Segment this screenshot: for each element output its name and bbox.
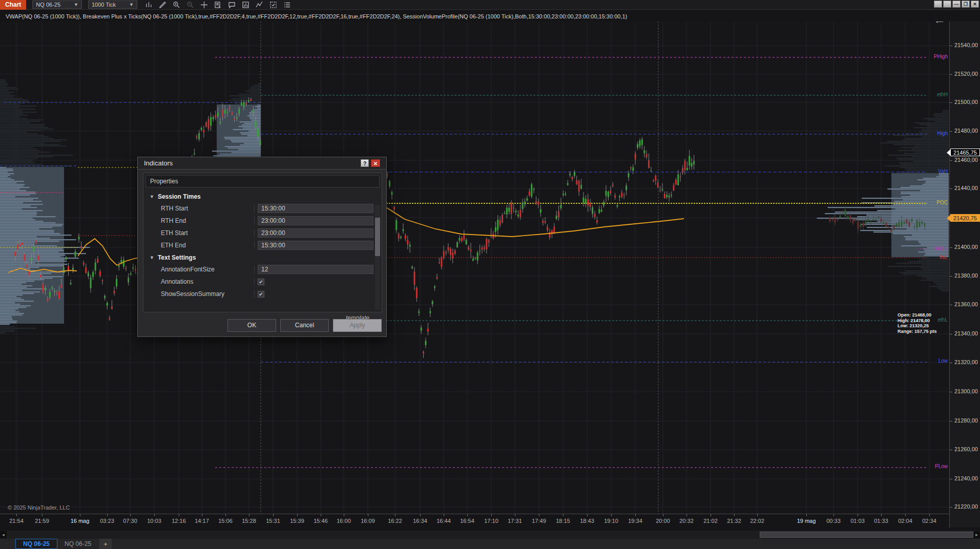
interval-link-button[interactable] — [943, 1, 951, 8]
cancel-button[interactable]: Cancel — [280, 319, 329, 332]
volume-profile-bar — [0, 311, 19, 312]
time-tick-label: 10:03 — [147, 518, 161, 524]
close-icon[interactable]: ✕ — [971, 1, 979, 8]
dialog-title-bar[interactable]: Indicators ? ✕ — [138, 157, 386, 170]
volume-profile-bar — [0, 178, 11, 179]
zoom-out-icon[interactable] — [186, 1, 195, 9]
scroll-left-icon[interactable]: ◂ — [0, 531, 7, 538]
crosshair-icon[interactable] — [200, 1, 208, 9]
time-tick-mark — [757, 514, 758, 516]
volume-profile-bar — [232, 98, 261, 99]
time-axis[interactable]: 21:5421:5916 mag03:2307:3010:0312:1614:1… — [0, 514, 949, 531]
volume-profile-bar — [0, 136, 49, 137]
interval-dropdown[interactable]: 1000 Tick ▼ — [88, 1, 137, 9]
volume-profile-bar — [0, 95, 15, 96]
minimize-icon[interactable]: — — [952, 1, 961, 8]
dialog-scrollbar-thumb[interactable] — [375, 218, 380, 256]
candle-body — [637, 144, 638, 147]
pencil-icon[interactable] — [158, 1, 167, 9]
time-tick-mark — [929, 514, 930, 516]
property-value-field[interactable]: 23:00:00 — [258, 216, 373, 225]
candle-body — [558, 211, 559, 217]
property-checkbox[interactable]: ✔ — [258, 279, 264, 285]
chart-tab-0[interactable]: NQ 06-25 — [15, 539, 57, 549]
volume-profile-bar — [888, 155, 949, 156]
volume-profile-bar — [0, 251, 59, 252]
candle-body — [863, 223, 864, 226]
time-tick-label: 21:02 — [703, 518, 718, 524]
volume-profile-bar — [0, 127, 48, 128]
time-tick-label: 01:33 — [874, 518, 888, 524]
ohlc-line: Open: 21468,00 — [898, 312, 937, 318]
bars-icon[interactable] — [144, 1, 153, 9]
candle-body — [484, 247, 485, 248]
chart-tab-1[interactable]: NQ 06-25 — [57, 539, 98, 549]
zigzag-icon[interactable] — [255, 1, 264, 9]
volume-profile-bar — [245, 91, 261, 92]
dialog-scrollbar[interactable] — [375, 205, 380, 310]
add-tab-button[interactable]: + — [99, 539, 112, 549]
time-date-label: 19 mag — [797, 518, 816, 524]
candle-body — [906, 220, 908, 223]
close-icon[interactable]: ✕ — [371, 159, 380, 167]
candle-body — [517, 215, 519, 216]
property-row: Annotations✔ — [145, 276, 373, 288]
candle-body — [456, 242, 458, 247]
candle-body — [648, 160, 650, 168]
volume-profile-bar — [252, 120, 261, 121]
volume-profile-bar — [914, 127, 949, 128]
candle-body — [80, 246, 82, 248]
collapse-arrow-icon[interactable]: ▼ — [150, 194, 154, 199]
instrument-link-button[interactable] — [934, 1, 942, 8]
scrollbar-thumb[interactable] — [760, 532, 973, 538]
scroll-right-icon[interactable]: ▸ — [973, 531, 980, 538]
candle-body — [477, 252, 478, 261]
list-icon[interactable] — [283, 1, 291, 9]
property-group-header[interactable]: ▼Session Times — [145, 191, 373, 202]
chart-menu-button[interactable]: Chart — [0, 0, 26, 10]
candle-body — [441, 258, 442, 267]
property-value-field[interactable]: 23:00:00 — [258, 228, 373, 238]
volume-profile-bar — [0, 144, 60, 145]
help-icon[interactable]: ? — [361, 159, 369, 167]
time-tick-mark — [881, 514, 882, 516]
apply-button[interactable]: Apply — [333, 319, 382, 332]
zoom-in-icon[interactable] — [172, 1, 181, 9]
time-tick-label: 21:32 — [727, 518, 741, 524]
property-group-header[interactable]: ▼Text Settings — [145, 251, 373, 263]
time-tick-mark — [467, 514, 468, 516]
price-axis[interactable]: 21540,0021520,0021500,0021480,0021460,00… — [949, 10, 980, 527]
chart-trader-icon[interactable] — [241, 1, 250, 9]
property-value-field[interactable]: 15:30:00 — [258, 204, 373, 213]
property-value-field[interactable]: 12 — [258, 265, 373, 274]
grid-icon[interactable] — [269, 1, 278, 9]
candle-body — [619, 196, 620, 197]
callout-icon[interactable] — [227, 1, 236, 9]
volume-profile-bar — [0, 321, 17, 322]
time-tick-mark — [686, 514, 687, 516]
volume-profile-bar — [225, 146, 261, 147]
candle-body — [553, 227, 555, 233]
indicators-dialog[interactable]: Indicators ? ✕ Properties ▼Session Times… — [137, 157, 387, 337]
volume-profile-bar — [0, 290, 22, 291]
horizontal-scrollbar[interactable]: ◂ ▸ — [0, 531, 980, 539]
price-tick-label: 21300,00 — [954, 388, 978, 394]
volume-profile-bar — [231, 140, 261, 141]
price-tick-mark — [950, 421, 952, 421]
volume-profile-bar — [0, 159, 34, 160]
ok-button[interactable]: OK — [227, 319, 276, 332]
volume-profile-bar — [0, 176, 8, 177]
properties-selector[interactable]: Properties — [145, 175, 380, 187]
collapse-arrow-icon[interactable]: ▼ — [150, 255, 154, 260]
instrument-dropdown[interactable]: NQ 06-25 ▼ — [32, 1, 82, 9]
volume-profile-bar — [0, 313, 24, 314]
volume-profile-bar — [0, 219, 35, 220]
restore-icon[interactable]: ❐ — [962, 1, 970, 8]
candle-body — [673, 185, 675, 190]
price-tick-mark — [950, 188, 952, 189]
property-checkbox[interactable]: ✔ — [258, 291, 264, 298]
volume-profile-bar — [240, 144, 261, 145]
volume-profile-bar — [903, 273, 949, 274]
report-icon[interactable] — [214, 1, 222, 9]
property-value-field[interactable]: 15:30:00 — [258, 241, 373, 250]
